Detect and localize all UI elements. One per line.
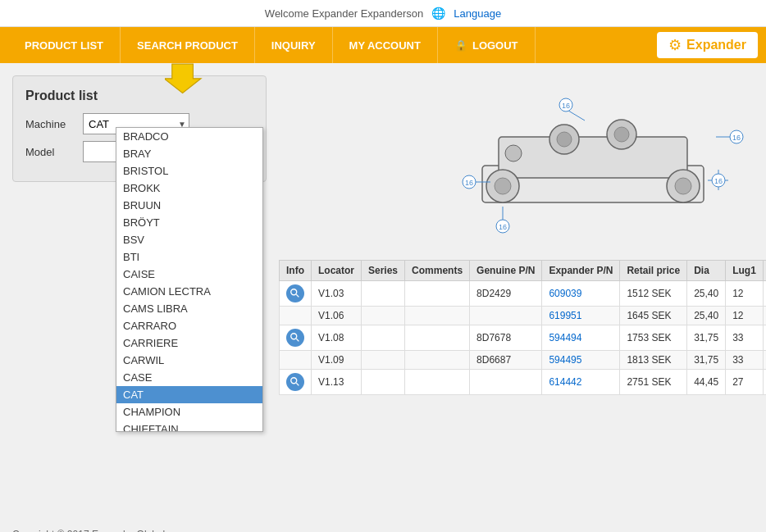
cell-dia: 25,40 <box>687 307 726 325</box>
nav-search-product[interactable]: SEARCH PRODUCT <box>121 27 255 63</box>
logo-area: ⚙ Expander <box>657 32 758 58</box>
cell-expander-pn[interactable]: 614442 <box>542 370 620 395</box>
dropdown-scroll-area[interactable]: BRADCOBRAYBRISTOLBROKKBRUUNBRÖYTBSVBTICA… <box>116 128 262 431</box>
cell-expander-pn[interactable]: 609039 <box>542 281 620 307</box>
cell-dia: 44,45 <box>687 370 726 395</box>
dropdown-item[interactable]: BROKK <box>116 180 262 197</box>
dropdown-item[interactable]: CARRARO <box>116 317 262 334</box>
dropdown-item[interactable]: CHIEFTAIN <box>116 421 262 431</box>
cell-comments <box>405 370 470 395</box>
cell-retail-price: 1512 SEK <box>620 281 687 307</box>
svg-text:16: 16 <box>562 102 570 110</box>
cell-width: 140 <box>763 370 766 395</box>
cell-expander-pn[interactable]: 594494 <box>542 325 620 351</box>
col-series: Series <box>362 261 405 281</box>
main-content: Product list Machine CAT ▼ Model <box>0 63 766 522</box>
expander-pn-link[interactable]: 594494 <box>549 332 581 343</box>
cell-lug1: 27 <box>726 370 764 395</box>
table-row: V1.066199511645 SEK25,40126912A1 <box>280 307 767 325</box>
svg-marker-0 <box>165 64 201 93</box>
col-lug1: Lug1 <box>726 261 764 281</box>
yellow-arrow-indicator <box>165 61 204 103</box>
cell-dia: 31,75 <box>687 325 726 351</box>
col-expander-pn: Expander P/N <box>542 261 620 281</box>
dropdown-item[interactable]: CHAMPION <box>116 403 262 421</box>
dropdown-item[interactable]: CAMS LIBRA <box>116 300 262 317</box>
col-info: Info <box>280 261 312 281</box>
cell-expander-pn[interactable]: 594495 <box>542 351 620 370</box>
info-icon[interactable] <box>286 373 304 391</box>
cell-genuine-pn: 8D7678 <box>470 325 542 351</box>
dropdown-item[interactable]: CARRIERE <box>116 334 262 352</box>
cell-comments <box>405 325 470 351</box>
cell-genuine-pn: 8D2429 <box>470 281 542 307</box>
dropdown-item[interactable]: BSV <box>116 231 262 248</box>
machine-dropdown: BRADCOBRAYBRISTOLBROKKBRUUNBRÖYTBSVBTICA… <box>116 127 263 432</box>
dropdown-item[interactable]: CAISE <box>116 266 262 283</box>
nav-my-account[interactable]: MY ACCOUNT <box>333 27 438 63</box>
cell-retail-price: 2751 SEK <box>620 370 687 395</box>
col-genuine-pn: Genuine P/N <box>470 261 542 281</box>
cell-retail-price: 1813 SEK <box>620 351 687 370</box>
svg-rect-2 <box>499 137 687 178</box>
cell-lug1: 33 <box>726 325 764 351</box>
cell-info <box>280 370 312 395</box>
image-area: 16 16 16 16 16 <box>279 75 766 256</box>
table-row: V1.088D76785944941753 SEK31,753311533N <box>280 325 767 351</box>
cell-info <box>280 351 312 370</box>
expander-pn-link[interactable]: 619951 <box>549 310 581 321</box>
table-container: Info Locator Series Comments Genuine P/N… <box>279 256 766 395</box>
products-table: Info Locator Series Comments Genuine P/N… <box>279 260 766 395</box>
nav-logout[interactable]: 🔒 LOGOUT <box>438 27 536 63</box>
nav-inquiry[interactable]: INQUIRY <box>255 27 333 63</box>
dropdown-item[interactable]: BTI <box>116 248 262 266</box>
cell-locator: V1.03 <box>312 281 362 307</box>
dropdown-item[interactable]: BRÖYT <box>116 214 262 231</box>
cell-genuine-pn <box>470 370 542 395</box>
svg-text:16: 16 <box>714 177 723 185</box>
cell-expander-pn[interactable]: 619951 <box>542 307 620 325</box>
dropdown-item[interactable]: CARWIL <box>116 352 262 369</box>
language-link[interactable]: Language <box>454 7 501 20</box>
globe-icon: 🌐 <box>431 7 445 20</box>
expander-pn-link[interactable]: 614442 <box>549 376 581 388</box>
dropdown-item[interactable]: BRADCO <box>116 128 262 145</box>
svg-text:16: 16 <box>732 134 741 142</box>
logo-box: ⚙ Expander <box>657 32 758 58</box>
footer-text: Copyright © 2017 Expander Global <box>12 529 165 532</box>
cell-lug1: 12 <box>726 307 764 325</box>
cell-series <box>362 307 405 325</box>
info-icon[interactable] <box>286 329 304 347</box>
expander-pn-link[interactable]: 609039 <box>549 288 581 299</box>
expander-logo-icon: ⚙ <box>668 36 682 54</box>
dropdown-item[interactable]: BRAY <box>116 145 262 162</box>
cell-info <box>280 281 312 307</box>
welcome-text: Welcome Expander Expanderson <box>265 7 423 20</box>
dropdown-item[interactable]: BRUUN <box>116 197 262 214</box>
svg-point-8 <box>557 132 572 147</box>
svg-point-6 <box>675 178 691 194</box>
cell-lug1: 33 <box>726 351 764 370</box>
info-icon[interactable] <box>286 284 304 302</box>
cell-retail-price: 1645 SEK <box>620 307 687 325</box>
dropdown-item[interactable]: CAT <box>116 386 262 403</box>
cell-locator: V1.08 <box>312 325 362 351</box>
table-row: V1.098D66875944951813 SEK31,753315433N <box>280 351 767 370</box>
cell-series <box>362 325 405 351</box>
cell-info <box>280 325 312 351</box>
machine-label: Machine <box>25 118 75 130</box>
col-comments: Comments <box>405 261 470 281</box>
cell-genuine-pn: 8D6687 <box>470 351 542 370</box>
dropdown-item[interactable]: CASE <box>116 369 262 386</box>
nav-bar: PRODUCT LIST SEARCH PRODUCT INQUIRY MY A… <box>0 27 766 63</box>
col-retail-price: Retail price <box>620 261 687 281</box>
nav-product-list[interactable]: PRODUCT LIST <box>8 27 121 63</box>
svg-point-10 <box>614 127 629 142</box>
table-row: V1.038D24296090391512 SEK25,40127312N <box>280 281 767 307</box>
dropdown-item[interactable]: CAMION LECTRA <box>116 283 262 300</box>
cell-lug1: 12 <box>726 281 764 307</box>
dropdown-item[interactable]: BRISTOL <box>116 162 262 180</box>
cell-series <box>362 370 405 395</box>
expander-pn-link[interactable]: 594495 <box>549 354 581 366</box>
left-panel: Product list Machine CAT ▼ Model <box>12 75 267 510</box>
